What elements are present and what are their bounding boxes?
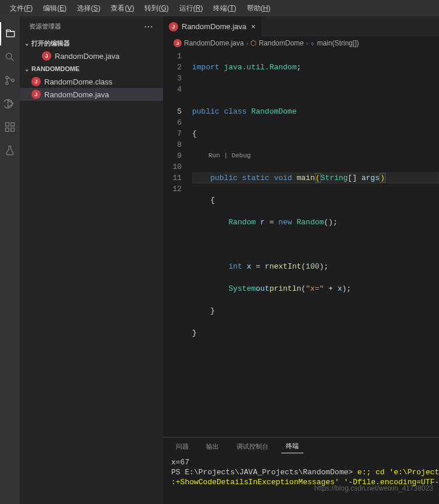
editor-area: J RandomDome.java × J RandomDome.java › … xyxy=(163,16,439,504)
bottom-panel: 问题 输出 调试控制台 终端 x=67PS E:\Projects\JAVA_P… xyxy=(163,437,439,504)
menu-goto[interactable]: 转到(G) xyxy=(139,0,174,16)
workspace-section[interactable]: ⌄ RANDOMDOME xyxy=(20,62,163,75)
menu-select[interactable]: 选择(S) xyxy=(72,0,105,16)
sidebar-header: 资源管理器 ⋯ xyxy=(20,16,163,37)
tabs-bar: J RandomDome.java × xyxy=(163,16,439,37)
svg-rect-8 xyxy=(11,123,15,126)
sidebar-title: 资源管理器 xyxy=(29,22,61,31)
svg-point-3 xyxy=(12,79,14,82)
panel-tab-terminal[interactable]: 终端 xyxy=(281,439,303,453)
method-symbol-icon: ⬨ xyxy=(310,39,314,47)
terminal-output[interactable]: x=67PS E:\Projects\JAVA_Projects\RandomD… xyxy=(163,455,439,504)
panel-tab-problems[interactable]: 问题 xyxy=(171,440,193,453)
extensions-icon[interactable] xyxy=(0,115,20,139)
file-tree-item[interactable]: J RandomDome.class xyxy=(20,75,163,88)
tab-label: RandomDome.java xyxy=(182,22,246,31)
svg-point-0 xyxy=(6,53,12,59)
svg-point-2 xyxy=(6,82,8,84)
chevron-down-icon: ⌄ xyxy=(22,40,31,47)
activity-bar xyxy=(0,16,20,504)
panel-tab-output[interactable]: 输出 xyxy=(201,440,224,453)
menu-run[interactable]: 运行(R) xyxy=(174,0,208,16)
menu-file[interactable]: 文件(F) xyxy=(5,0,38,16)
chevron-right-icon: › xyxy=(246,40,249,47)
sidebar: 资源管理器 ⋯ ⌄ 打开的编辑器 J RandomDome.java ⌄ RAN… xyxy=(20,16,163,504)
svg-rect-6 xyxy=(6,128,9,132)
class-symbol-icon: ⬡ xyxy=(250,39,256,47)
test-icon[interactable] xyxy=(0,139,20,162)
breadcrumb[interactable]: J RandomDome.java › ⬡ RandomDome › ⬨ mai… xyxy=(163,37,439,50)
code-editor[interactable]: 1 2 3 4 5 6 7 8 9 10 11 12 import java.u… xyxy=(163,50,439,437)
java-file-icon: J xyxy=(174,39,182,47)
codelens[interactable]: Run | Debug xyxy=(192,150,439,161)
java-file-icon: J xyxy=(42,51,51,61)
java-file-icon: J xyxy=(31,90,41,99)
chevron-right-icon: › xyxy=(306,40,309,47)
java-file-icon: J xyxy=(169,22,178,31)
file-label: RandomDome.class xyxy=(44,77,112,86)
class-file-icon: J xyxy=(31,77,41,86)
code-body[interactable]: import java.util.Random; public class Ra… xyxy=(192,50,439,437)
file-label: RandomDome.java xyxy=(44,90,109,99)
panel-tab-debug-console[interactable]: 调试控制台 xyxy=(232,440,273,453)
file-tree-item[interactable]: J RandomDome.java xyxy=(20,88,163,101)
svg-rect-7 xyxy=(11,128,15,132)
file-label: RandomDome.java xyxy=(55,52,119,61)
open-editor-item[interactable]: J RandomDome.java xyxy=(20,50,163,62)
debug-icon[interactable] xyxy=(0,92,20,115)
menu-view[interactable]: 查看(V) xyxy=(105,0,139,16)
editor-tab[interactable]: J RandomDome.java × xyxy=(163,16,262,37)
source-control-icon[interactable] xyxy=(0,69,20,92)
menu-edit[interactable]: 编辑(E) xyxy=(38,0,72,16)
open-editors-section[interactable]: ⌄ 打开的编辑器 xyxy=(20,37,163,50)
close-icon[interactable]: × xyxy=(251,22,256,31)
explorer-icon[interactable] xyxy=(0,22,20,45)
menu-terminal[interactable]: 终端(T) xyxy=(208,0,241,16)
svg-point-1 xyxy=(6,76,8,79)
menubar: 文件(F) 编辑(E) 选择(S) 查看(V) 转到(G) 运行(R) 终端(T… xyxy=(0,0,439,16)
menu-help[interactable]: 帮助(H) xyxy=(242,0,276,16)
search-icon[interactable] xyxy=(0,45,20,69)
svg-rect-5 xyxy=(6,123,9,126)
more-actions-icon[interactable]: ⋯ xyxy=(144,21,154,32)
chevron-down-icon: ⌄ xyxy=(22,66,31,72)
gutter: 1 2 3 4 5 6 7 8 9 10 11 12 xyxy=(163,50,192,437)
panel-tabs: 问题 输出 调试控制台 终端 xyxy=(163,438,439,455)
